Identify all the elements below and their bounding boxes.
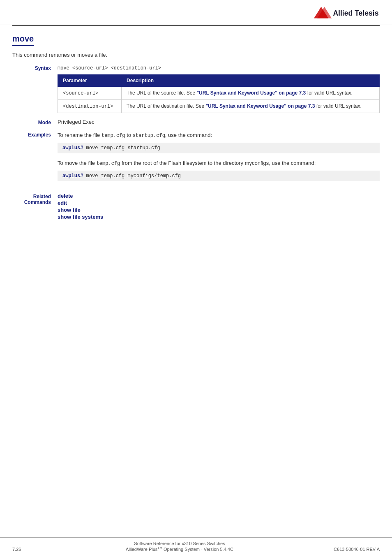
logo-area: Allied Telesis: [314, 4, 380, 23]
main-content: move This command renames or moves a fil…: [0, 26, 392, 238]
example1-command: awplus# move temp.cfg startup.cfg: [58, 143, 380, 153]
command-description: This command renames or moves a file.: [12, 52, 380, 58]
col-param-header: Parameter: [58, 75, 122, 87]
footer-line1: Software Reference for x310 Series Switc…: [45, 541, 314, 546]
examples-label: Examples: [12, 131, 58, 138]
param-desc-dest: The URL of the destination file. See "UR…: [122, 100, 380, 113]
syntax-label: Syntax: [12, 65, 58, 71]
example1-text: To rename the file temp.cfg to startup.c…: [58, 131, 380, 139]
syntax-text: move <source-url> <destination-url>: [58, 65, 161, 71]
related-link-show-file-systems[interactable]: show file systems: [58, 214, 103, 220]
col-desc-header: Description: [122, 75, 380, 87]
examples-section: Examples To rename the file temp.cfg to …: [12, 131, 380, 187]
param-name-source: <source-url>: [58, 87, 122, 100]
related-link-show-file[interactable]: show file: [58, 207, 103, 213]
command-title: move: [12, 34, 34, 46]
syntax-content: move <source-url> <destination-url> Para…: [58, 65, 380, 113]
parameter-table: Parameter Description <source-url> The U…: [58, 74, 380, 113]
dest-url-link[interactable]: "URL Syntax and Keyword Usage" on page 7…: [205, 103, 315, 109]
mode-label: Mode: [12, 119, 58, 125]
examples-content: To rename the file temp.cfg to startup.c…: [58, 131, 380, 187]
mode-section: Mode Privileged Exec: [12, 119, 380, 125]
syntax-section: Syntax move <source-url> <destination-ur…: [12, 65, 380, 113]
footer-doc-id: C613-50046-01 REV A: [314, 547, 380, 552]
related-commands-list: delete edit show file show file systems: [58, 193, 103, 220]
example2-text: To move the file temp.cfg from the root …: [58, 159, 380, 167]
param-name-dest: <destination-url>: [58, 100, 122, 113]
footer-center: Software Reference for x310 Series Switc…: [45, 541, 314, 552]
related-commands-label: Related Commands: [12, 193, 58, 205]
related-link-edit[interactable]: edit: [58, 200, 103, 206]
param-desc-source: The URL of the source file. See "URL Syn…: [122, 87, 380, 100]
page-header: Allied Telesis: [0, 0, 392, 25]
footer-page-number: 7.26: [12, 547, 45, 552]
related-link-delete[interactable]: delete: [58, 193, 103, 199]
footer-line2: AlliedWare PlusTM Operating System - Ver…: [45, 546, 314, 552]
svg-text:Allied Telesis: Allied Telesis: [333, 9, 378, 17]
mode-value: Privileged Exec: [58, 119, 380, 125]
source-url-link[interactable]: "URL Syntax and Keyword Usage" on page 7…: [196, 90, 306, 96]
table-row: <source-url> The URL of the source file.…: [58, 87, 380, 100]
page-footer: 7.26 Software Reference for x310 Series …: [0, 537, 392, 555]
table-row: <destination-url> The URL of the destina…: [58, 100, 380, 113]
related-commands-section: Related Commands delete edit show file s…: [12, 193, 380, 220]
allied-telesis-logo: Allied Telesis: [314, 4, 380, 23]
example2-command: awplus# move temp.cfg myconfigs/temp.cfg: [58, 171, 380, 181]
